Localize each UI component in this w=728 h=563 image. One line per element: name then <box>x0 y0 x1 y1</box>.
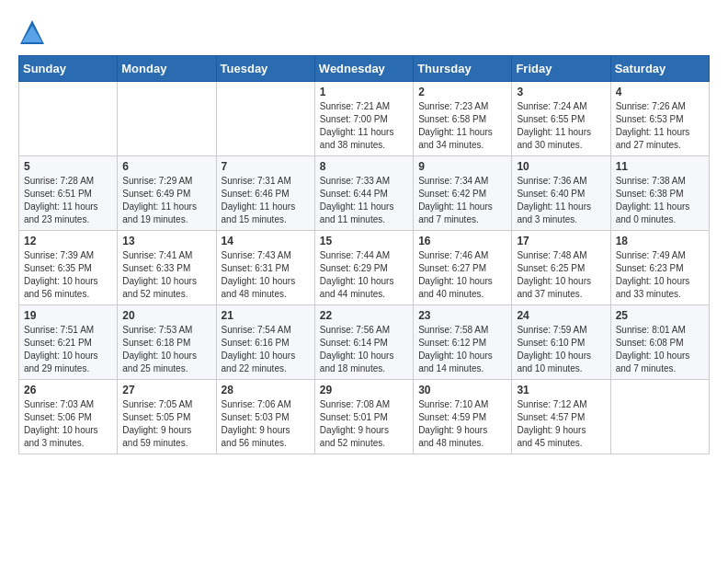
day-info: Sunrise: 7:34 AM Sunset: 6:42 PM Dayligh… <box>418 175 506 226</box>
calendar-week-5: 26Sunrise: 7:03 AM Sunset: 5:06 PM Dayli… <box>19 380 710 454</box>
calendar-day-5: 5Sunrise: 7:28 AM Sunset: 6:51 PM Daylig… <box>19 156 118 231</box>
calendar-week-2: 5Sunrise: 7:28 AM Sunset: 6:51 PM Daylig… <box>19 156 710 231</box>
day-info: Sunrise: 7:08 AM Sunset: 5:01 PM Dayligh… <box>320 398 408 450</box>
day-info: Sunrise: 7:33 AM Sunset: 6:44 PM Dayligh… <box>320 175 408 226</box>
day-info: Sunrise: 7:46 AM Sunset: 6:27 PM Dayligh… <box>418 249 506 301</box>
day-info: Sunrise: 7:03 AM Sunset: 5:06 PM Dayligh… <box>24 398 112 450</box>
logo <box>18 18 50 46</box>
calendar-weekday-tuesday: Tuesday <box>216 56 314 82</box>
calendar-day-29: 29Sunrise: 7:08 AM Sunset: 5:01 PM Dayli… <box>314 380 413 454</box>
calendar-day-10: 10Sunrise: 7:36 AM Sunset: 6:40 PM Dayli… <box>512 156 610 231</box>
day-info: Sunrise: 7:48 AM Sunset: 6:25 PM Dayligh… <box>517 249 605 301</box>
day-number: 13 <box>122 235 210 247</box>
day-number: 25 <box>616 309 704 322</box>
calendar-day-15: 15Sunrise: 7:44 AM Sunset: 6:29 PM Dayli… <box>314 231 413 305</box>
day-number: 18 <box>616 235 704 247</box>
day-number: 2 <box>418 86 506 98</box>
calendar-day-21: 21Sunrise: 7:54 AM Sunset: 6:16 PM Dayli… <box>216 305 314 380</box>
day-number: 28 <box>222 384 310 396</box>
day-number: 6 <box>122 160 210 173</box>
day-number: 12 <box>24 235 112 247</box>
day-info: Sunrise: 7:21 AM Sunset: 7:00 PM Dayligh… <box>320 100 408 152</box>
day-info: Sunrise: 7:38 AM Sunset: 6:38 PM Dayligh… <box>616 175 704 226</box>
calendar-day-30: 30Sunrise: 7:10 AM Sunset: 4:59 PM Dayli… <box>414 380 512 454</box>
day-info: Sunrise: 7:56 AM Sunset: 6:14 PM Dayligh… <box>320 324 408 375</box>
day-info: Sunrise: 7:51 AM Sunset: 6:21 PM Dayligh… <box>24 324 112 375</box>
day-info: Sunrise: 7:44 AM Sunset: 6:29 PM Dayligh… <box>320 249 408 301</box>
day-number: 24 <box>517 309 605 322</box>
calendar-day-2: 2Sunrise: 7:23 AM Sunset: 6:58 PM Daylig… <box>414 82 512 156</box>
day-number: 19 <box>24 309 112 322</box>
calendar-weekday-friday: Friday <box>512 56 610 82</box>
calendar-day-12: 12Sunrise: 7:39 AM Sunset: 6:35 PM Dayli… <box>19 231 118 305</box>
day-info: Sunrise: 7:58 AM Sunset: 6:12 PM Dayligh… <box>418 324 506 375</box>
day-info: Sunrise: 7:10 AM Sunset: 4:59 PM Dayligh… <box>418 398 506 450</box>
calendar-day-9: 9Sunrise: 7:34 AM Sunset: 6:42 PM Daylig… <box>414 156 512 231</box>
calendar-empty-cell <box>610 380 709 454</box>
calendar-day-19: 19Sunrise: 7:51 AM Sunset: 6:21 PM Dayli… <box>19 305 118 380</box>
day-info: Sunrise: 7:12 AM Sunset: 4:57 PM Dayligh… <box>517 398 605 450</box>
calendar-day-13: 13Sunrise: 7:41 AM Sunset: 6:33 PM Dayli… <box>118 231 216 305</box>
day-info: Sunrise: 7:31 AM Sunset: 6:46 PM Dayligh… <box>222 175 310 226</box>
day-info: Sunrise: 7:43 AM Sunset: 6:31 PM Dayligh… <box>222 249 310 301</box>
day-number: 27 <box>122 384 210 396</box>
page-header <box>18 18 710 46</box>
calendar-weekday-monday: Monday <box>118 56 216 82</box>
day-number: 5 <box>24 160 112 173</box>
calendar-day-16: 16Sunrise: 7:46 AM Sunset: 6:27 PM Dayli… <box>414 231 512 305</box>
day-number: 31 <box>517 384 605 396</box>
calendar-weekday-thursday: Thursday <box>414 56 512 82</box>
day-number: 8 <box>320 160 408 173</box>
day-number: 26 <box>24 384 112 396</box>
day-number: 20 <box>122 309 210 322</box>
calendar-day-8: 8Sunrise: 7:33 AM Sunset: 6:44 PM Daylig… <box>314 156 413 231</box>
day-number: 10 <box>517 160 605 173</box>
day-number: 22 <box>320 309 408 322</box>
calendar-header-row: SundayMondayTuesdayWednesdayThursdayFrid… <box>19 56 710 82</box>
calendar-week-1: 1Sunrise: 7:21 AM Sunset: 7:00 PM Daylig… <box>19 82 710 156</box>
day-number: 16 <box>418 235 506 247</box>
day-number: 23 <box>418 309 506 322</box>
calendar-day-31: 31Sunrise: 7:12 AM Sunset: 4:57 PM Dayli… <box>512 380 610 454</box>
calendar-day-28: 28Sunrise: 7:06 AM Sunset: 5:03 PM Dayli… <box>216 380 314 454</box>
day-info: Sunrise: 7:23 AM Sunset: 6:58 PM Dayligh… <box>418 100 506 152</box>
day-number: 9 <box>418 160 506 173</box>
day-number: 30 <box>418 384 506 396</box>
logo-icon <box>18 18 46 46</box>
calendar-day-17: 17Sunrise: 7:48 AM Sunset: 6:25 PM Dayli… <box>512 231 610 305</box>
calendar-day-24: 24Sunrise: 7:59 AM Sunset: 6:10 PM Dayli… <box>512 305 610 380</box>
calendar-day-18: 18Sunrise: 7:49 AM Sunset: 6:23 PM Dayli… <box>610 231 709 305</box>
day-info: Sunrise: 8:01 AM Sunset: 6:08 PM Dayligh… <box>616 324 704 375</box>
calendar-empty-cell <box>19 82 118 156</box>
calendar-day-26: 26Sunrise: 7:03 AM Sunset: 5:06 PM Dayli… <box>19 380 118 454</box>
calendar-week-4: 19Sunrise: 7:51 AM Sunset: 6:21 PM Dayli… <box>19 305 710 380</box>
day-info: Sunrise: 7:41 AM Sunset: 6:33 PM Dayligh… <box>122 249 210 301</box>
day-number: 7 <box>222 160 310 173</box>
calendar-day-27: 27Sunrise: 7:05 AM Sunset: 5:05 PM Dayli… <box>118 380 216 454</box>
day-number: 3 <box>517 86 605 98</box>
day-info: Sunrise: 7:49 AM Sunset: 6:23 PM Dayligh… <box>616 249 704 301</box>
calendar-weekday-saturday: Saturday <box>610 56 709 82</box>
calendar-day-4: 4Sunrise: 7:26 AM Sunset: 6:53 PM Daylig… <box>610 82 709 156</box>
calendar-day-14: 14Sunrise: 7:43 AM Sunset: 6:31 PM Dayli… <box>216 231 314 305</box>
day-number: 1 <box>320 86 408 98</box>
calendar-day-20: 20Sunrise: 7:53 AM Sunset: 6:18 PM Dayli… <box>118 305 216 380</box>
day-info: Sunrise: 7:59 AM Sunset: 6:10 PM Dayligh… <box>517 324 605 375</box>
calendar-weekday-sunday: Sunday <box>19 56 118 82</box>
day-info: Sunrise: 7:06 AM Sunset: 5:03 PM Dayligh… <box>222 398 310 450</box>
calendar-day-3: 3Sunrise: 7:24 AM Sunset: 6:55 PM Daylig… <box>512 82 610 156</box>
day-info: Sunrise: 7:24 AM Sunset: 6:55 PM Dayligh… <box>517 100 605 152</box>
calendar-day-7: 7Sunrise: 7:31 AM Sunset: 6:46 PM Daylig… <box>216 156 314 231</box>
day-info: Sunrise: 7:28 AM Sunset: 6:51 PM Dayligh… <box>24 175 112 226</box>
calendar-empty-cell <box>118 82 216 156</box>
day-info: Sunrise: 7:53 AM Sunset: 6:18 PM Dayligh… <box>122 324 210 375</box>
calendar-day-22: 22Sunrise: 7:56 AM Sunset: 6:14 PM Dayli… <box>314 305 413 380</box>
calendar-weekday-wednesday: Wednesday <box>314 56 413 82</box>
day-number: 17 <box>517 235 605 247</box>
svg-marker-1 <box>22 26 42 42</box>
day-number: 4 <box>616 86 704 98</box>
day-number: 29 <box>320 384 408 396</box>
calendar-table: SundayMondayTuesdayWednesdayThursdayFrid… <box>18 55 710 454</box>
day-info: Sunrise: 7:29 AM Sunset: 6:49 PM Dayligh… <box>122 175 210 226</box>
calendar-empty-cell <box>216 82 314 156</box>
